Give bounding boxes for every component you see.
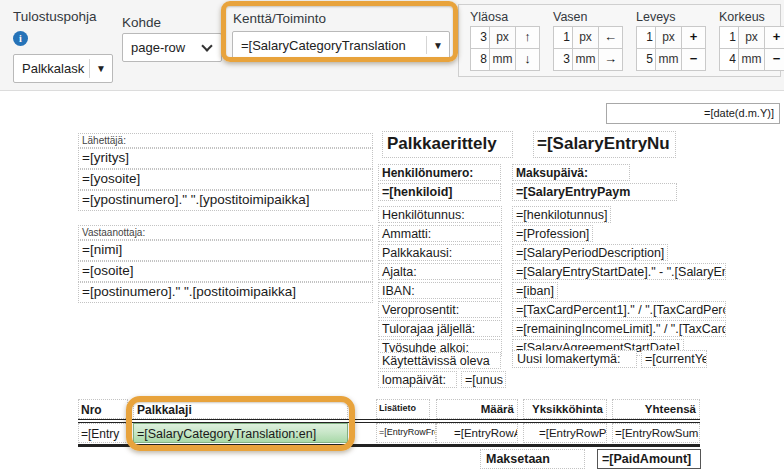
table-header-yksikköhinta[interactable]: Yksikköhinta (523, 399, 607, 419)
recipient-line-field[interactable]: =[osoite] (78, 261, 373, 282)
toolbar: Tulostuspohja i Palkkalask ▼ Kohde page-… (0, 0, 784, 91)
position-group-label: Leveys (636, 10, 706, 24)
position-value-input[interactable]: 1 (719, 26, 739, 49)
position-group-label: Korkeus (719, 10, 784, 24)
arrow-button[interactable]: − (764, 48, 784, 71)
table-header-palkkalaji[interactable]: Palkkalaji (133, 399, 348, 419)
salary-entry-number-field[interactable]: =[SalaryEntryNu (533, 131, 676, 158)
table-data-cell[interactable]: =[EntryRowPr (523, 423, 607, 443)
template-select[interactable]: Palkkalask ▼ (13, 54, 113, 83)
info-icon[interactable]: i (13, 31, 28, 46)
position-group: Korkeus1px+4mm− (719, 10, 784, 76)
payment-date-value-field[interactable]: =[SalaryEntryPaym (512, 183, 677, 201)
position-value-input[interactable]: 3 (470, 26, 490, 49)
info-value-field[interactable]: =[SalaryEntryStartDate]." - ".[SalaryEnt (512, 263, 726, 280)
sender-label-field[interactable]: Lähettäjä: (78, 133, 373, 148)
table-data-cell[interactable]: =[EntryRowSum (612, 423, 700, 443)
field-label: Kenttä/Toiminto (233, 11, 326, 26)
arrow-button[interactable]: − (681, 48, 706, 71)
info-row: Tulorajaa jäljellä:=[remainingIncomeLimi… (378, 320, 728, 337)
caret-down-icon: ▼ (427, 40, 449, 51)
recipient-line-field[interactable]: =[nimi] (78, 240, 373, 261)
table-data-cell[interactable]: =[EntryRowA (436, 423, 518, 443)
sender-block: Lähettäjä:=[yritys]=[yosoite]=[ypostinum… (78, 133, 373, 211)
position-value-input[interactable]: 8 (470, 48, 490, 71)
recipient-line-field[interactable]: =[postinumero]." ".[postitoimipaikka] (78, 282, 373, 303)
table-header-lisätieto[interactable]: Lisätieto (376, 399, 430, 419)
arrow-button[interactable]: + (764, 26, 784, 49)
info-row: Veroprosentit:=[TaxCardPercent1]." / ".[… (378, 301, 728, 318)
position-value-input[interactable]: 5 (636, 48, 656, 71)
position-value-input[interactable]: 3 (553, 48, 573, 71)
table-header-nro[interactable]: Nro (78, 399, 128, 419)
position-group: Vasen1px←3mm→ (553, 10, 623, 76)
payment-date-label-field[interactable]: Maksupäivä: (512, 164, 630, 181)
position-group: Leveys1px+5mm− (636, 10, 706, 76)
table-data-cell[interactable]: =[EntryRowFreeText] (376, 423, 436, 443)
template-label: Tulostuspohja (13, 9, 97, 24)
available-vacation-label-field[interactable]: Käytettävissä oleva (378, 352, 501, 369)
position-panel: Yläosa3px↑8mm↓Vasen1px←3mm→Leveys1px+5mm… (458, 4, 781, 77)
position-value-input[interactable]: 4 (719, 48, 739, 71)
table-header-määrä[interactable]: Määrä (436, 399, 518, 419)
arrow-button[interactable]: ← (598, 26, 623, 49)
target-select-value: page-row (123, 40, 199, 55)
info-row: IBAN:=[iban] (378, 282, 728, 299)
sender-line-field[interactable]: =[ypostinumero]." ".[ypostitoimipaikka] (78, 190, 373, 211)
table-data-cell[interactable]: =[Entry (78, 423, 128, 443)
unit-label: px (655, 26, 682, 49)
info-value-field[interactable]: =[Profession] (512, 225, 593, 242)
info-value-field[interactable]: =[SalaryPeriodDescription] (512, 244, 668, 261)
info-row: Henkilötunnus:=[henkilotunnus] (378, 206, 728, 223)
paid-amount-field[interactable]: =[PaidAmount] (597, 449, 701, 469)
info-row: Palkkakausi:=[SalaryPeriodDescription] (378, 244, 728, 261)
position-group: Yläosa3px↑8mm↓ (470, 10, 540, 76)
info-row: Ajalta:=[SalaryEntryStartDate]." - ".[Sa… (378, 263, 728, 280)
table-bottom-divider (78, 444, 700, 447)
recipient-block: Vastaanottaja:=[nimi]=[osoite]=[postinum… (78, 225, 373, 303)
target-select[interactable]: page-row (122, 33, 222, 62)
field-select-value: =[SalaryCategoryTranslation (233, 38, 426, 53)
info-value-field[interactable]: =[TaxCardPercent1]." / ".[TaxCardPerce (512, 301, 726, 318)
info-label-field[interactable]: Ajalta: (378, 263, 502, 280)
arrow-button[interactable]: ↓ (515, 48, 540, 71)
info-row: Ammatti:=[Profession] (378, 225, 728, 242)
table-header-yhteensä[interactable]: Yhteensä (612, 399, 700, 419)
info-label-field[interactable]: Ammatti: (378, 225, 502, 242)
vacation-days-label-field[interactable]: lomapäivät: (378, 371, 457, 388)
position-value-input[interactable]: 1 (636, 26, 656, 49)
info-value-field[interactable]: =[iban] (512, 282, 558, 299)
info-label-field[interactable]: Veroprosentit: (378, 301, 502, 318)
vacation-days-value-field[interactable]: =[unus (461, 371, 506, 388)
recipient-label-field[interactable]: Vastaanottaja: (78, 225, 373, 240)
selected-salary-category-cell[interactable]: =[SalaryCategoryTranslation:en] (133, 423, 348, 443)
paid-label-field[interactable]: Maksetaan (480, 449, 585, 469)
person-number-value-field[interactable]: =[henkiloid] (378, 183, 501, 201)
unit-label: px (572, 26, 599, 49)
print-template-editor: Tulostuspohja i Palkkalask ▼ Kohde page-… (0, 0, 784, 476)
info-label-field[interactable]: Tulorajaa jäljellä: (378, 320, 502, 337)
info-label-field[interactable]: IBAN: (378, 282, 502, 299)
info-value-field[interactable]: =[henkilotunnus] (512, 206, 611, 223)
field-select[interactable]: =[SalaryCategoryTranslation ▼ (232, 31, 450, 59)
arrow-button[interactable]: ↑ (515, 26, 540, 49)
unit-label: mm (489, 48, 516, 71)
info-value-field[interactable]: =[remainingIncomeLimit]." / ".[TaxCardL (512, 320, 726, 337)
info-label-field[interactable]: Palkkakausi: (378, 244, 502, 261)
unit-label: mm (655, 48, 682, 71)
arrow-button[interactable]: + (681, 26, 706, 49)
info-rows: Henkilötunnus:=[henkilotunnus]Ammatti:=[… (378, 206, 728, 358)
position-group-label: Yläosa (470, 10, 540, 24)
document-title-field[interactable]: Palkkaerittely (382, 131, 513, 158)
position-group-label: Vasen (553, 10, 623, 24)
date-field[interactable]: =[date(d.m.Y)] (606, 103, 780, 124)
new-vacation-accrual-value-field[interactable]: =[currentYea (641, 350, 707, 368)
sender-line-field[interactable]: =[yritys] (78, 148, 373, 169)
info-label-field[interactable]: Henkilötunnus: (378, 206, 502, 223)
person-number-label-field[interactable]: Henkilönumero: (378, 164, 501, 181)
position-value-input[interactable]: 1 (553, 26, 573, 49)
new-vacation-accrual-label-field[interactable]: Uusi lomakertymä: (512, 350, 637, 368)
target-label: Kohde (122, 15, 161, 30)
sender-line-field[interactable]: =[yosoite] (78, 169, 373, 190)
arrow-button[interactable]: → (598, 48, 623, 71)
